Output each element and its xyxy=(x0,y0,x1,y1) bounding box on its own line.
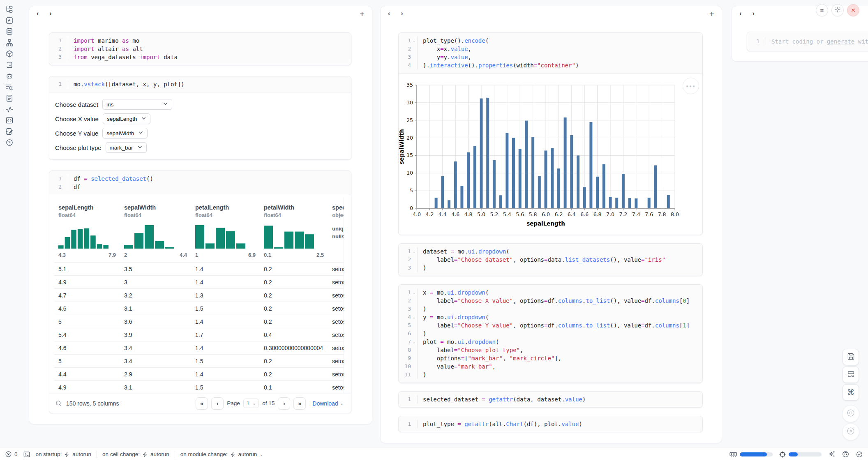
chart-actions-button[interactable]: ●●● xyxy=(683,78,699,94)
generate-with-ai-link[interactable]: generate xyxy=(827,38,854,45)
dropdown-select[interactable]: sepalLength xyxy=(103,113,151,124)
column-header[interactable]: speciesobjectuniquenulls: xyxy=(328,198,344,263)
on-startup-setting[interactable]: on startup: autorun xyxy=(36,451,92,457)
scroll-right-button[interactable]: › xyxy=(49,10,51,17)
chart-bar xyxy=(628,198,631,208)
chart-bar xyxy=(538,176,541,208)
menu-button[interactable]: ≡ xyxy=(816,4,828,16)
code-editor[interactable]: 1selected_dataset = getattr(data, datase… xyxy=(399,392,702,407)
table-cell: 0.1 xyxy=(260,381,328,394)
line-number: 1 xyxy=(408,247,411,256)
help-icon[interactable] xyxy=(5,138,14,147)
scroll-right-button[interactable]: › xyxy=(752,10,754,17)
line-gutter: 1 xyxy=(399,395,418,403)
svg-text:6.4: 6.4 xyxy=(568,211,576,217)
code-line: 1⌄plot_type().encode( xyxy=(399,37,702,45)
table-cell: 1.7 xyxy=(191,328,260,341)
code-editor[interactable]: 1mo.vstack([dataset, x, y, plot]) xyxy=(49,76,351,92)
list-search-icon[interactable] xyxy=(5,83,14,92)
activity-pulse-icon[interactable] xyxy=(5,105,14,114)
scroll-right-button[interactable]: › xyxy=(401,10,403,17)
settings-button[interactable] xyxy=(831,4,844,16)
table-row[interactable]: 4.63.11.50.2setosa xyxy=(54,302,344,315)
code-editor[interactable]: 1⌄x = mo.ui.dropdown(2 label="Choose X v… xyxy=(399,285,702,383)
table-cell: 5.4 xyxy=(54,328,120,341)
stop-button[interactable] xyxy=(842,405,859,422)
code-editor[interactable]: 1⌄plot_type().encode(2 x=x.value,3 y=y.v… xyxy=(399,33,702,73)
dependency-graph-icon[interactable] xyxy=(5,38,14,47)
copilot-button[interactable] xyxy=(842,450,850,458)
dropdown-value: iris xyxy=(106,101,113,108)
snippets-document-icon[interactable] xyxy=(5,94,14,103)
file-tree-icon[interactable] xyxy=(5,5,14,14)
code-scratchpad-icon[interactable] xyxy=(5,116,14,125)
next-page-button[interactable]: › xyxy=(278,397,290,410)
table-row[interactable]: 4.63.41.40.30000000000000004setosa xyxy=(54,341,344,355)
dropdown-select[interactable]: sepalWidth xyxy=(102,128,148,138)
code-editor[interactable]: 1import marimo as mo2import altair as al… xyxy=(49,33,351,65)
fold-toggle-icon[interactable]: ⌄ xyxy=(411,338,417,346)
table-row[interactable]: 53.41.50.2setosa xyxy=(54,355,344,368)
column-header[interactable]: sepalWidthfloat6424.4 xyxy=(120,198,191,263)
memory-usage[interactable] xyxy=(729,450,773,459)
table-row[interactable]: 4.93.11.50.1setosa xyxy=(54,381,344,394)
last-page-button[interactable]: » xyxy=(293,397,306,410)
package-cube-icon[interactable] xyxy=(5,49,14,58)
fold-toggle-icon[interactable]: ⌄ xyxy=(411,288,417,297)
svg-text:8.0: 8.0 xyxy=(671,211,679,217)
add-cell-button[interactable]: + xyxy=(709,9,714,18)
dropdown-row: Choose Y valuesepalWidth xyxy=(55,128,345,138)
svg-text:4.2: 4.2 xyxy=(425,211,434,217)
first-page-button[interactable]: « xyxy=(196,397,208,410)
keyboard-shortcuts-button[interactable]: ⌘ xyxy=(843,384,859,401)
prev-page-button[interactable]: ‹ xyxy=(211,397,224,410)
bar-chart[interactable]: 4.04.24.44.64.85.05.25.45.65.86.06.26.46… xyxy=(399,74,702,234)
column-header[interactable]: sepalLengthfloat644.37.9 xyxy=(54,198,120,263)
code-editor[interactable]: 1 Start coding or generate with AI. xyxy=(747,32,868,51)
function-square-icon[interactable] xyxy=(5,16,14,25)
column-header[interactable]: petalWidthfloat640.12.5 xyxy=(260,198,328,263)
scroll-left-button[interactable]: ‹ xyxy=(739,10,741,17)
scroll-left-button[interactable]: ‹ xyxy=(37,10,39,17)
download-button[interactable]: Download⌄ xyxy=(312,400,344,407)
table-row[interactable]: 4.42.91.40.2setosa xyxy=(54,368,344,381)
fold-toggle-icon[interactable]: ⌄ xyxy=(411,37,417,45)
scroll-logs-icon[interactable] xyxy=(5,60,14,69)
code-line: 2 label="Choose X value", options=df.col… xyxy=(399,297,702,305)
chevron-down-icon xyxy=(141,115,146,122)
ai-sparkles-button[interactable] xyxy=(828,450,836,458)
database-icon[interactable] xyxy=(5,27,14,36)
search-icon[interactable] xyxy=(55,400,62,407)
scroll-left-button[interactable]: ‹ xyxy=(388,10,390,17)
chart-output: 4.04.24.44.64.85.05.25.45.65.86.06.26.46… xyxy=(399,73,702,235)
code-editor[interactable]: 1⌄dataset = mo.ui.dropdown(2 label="Choo… xyxy=(399,244,702,276)
table-row[interactable]: 53.61.40.2setosa xyxy=(54,315,344,328)
table-row[interactable]: 4.931.40.2setosa xyxy=(54,276,344,289)
dropdown-select[interactable]: mark_bar xyxy=(106,142,147,153)
dropdown-select[interactable]: iris xyxy=(102,99,172,110)
code-editor[interactable]: 1plot_type = getattr(alt.Chart(df), plot… xyxy=(399,416,702,432)
cpu-usage[interactable] xyxy=(779,451,822,458)
on-module-change-setting[interactable]: on module change: autorun ⌄ xyxy=(180,451,263,457)
code-line: 10 value="mark_bar", xyxy=(399,362,702,371)
page-select[interactable]: 1⌄ xyxy=(243,399,259,408)
table-row[interactable]: 4.73.21.30.2setosa xyxy=(54,289,344,302)
error-count[interactable]: 0 xyxy=(5,451,18,458)
layout-toggle-button[interactable] xyxy=(843,366,859,383)
on-cell-change-setting[interactable]: on cell change: autorun xyxy=(102,451,169,457)
column-header[interactable]: petalLengthfloat6416.9 xyxy=(191,198,260,263)
table-row[interactable]: 5.43.91.70.4setosa xyxy=(54,328,344,341)
code-editor[interactable]: 1df = selected_dataset()2df xyxy=(49,171,351,195)
chat-bot-icon[interactable] xyxy=(5,71,14,81)
shutdown-button[interactable]: ✕ xyxy=(847,4,859,16)
fold-toggle-icon[interactable]: ⌄ xyxy=(411,247,417,256)
table-row[interactable]: 5.13.51.40.2setosa xyxy=(54,263,344,276)
column-1-header: ‹ › + xyxy=(29,6,372,21)
save-button[interactable] xyxy=(843,349,859,365)
run-button[interactable] xyxy=(842,423,859,440)
notebook-edit-icon[interactable] xyxy=(5,127,14,136)
connection-status-icon[interactable] xyxy=(856,451,863,458)
terminal-button[interactable] xyxy=(23,451,30,458)
add-cell-button[interactable]: + xyxy=(360,9,365,18)
fold-toggle-icon[interactable]: ⌄ xyxy=(411,313,417,321)
